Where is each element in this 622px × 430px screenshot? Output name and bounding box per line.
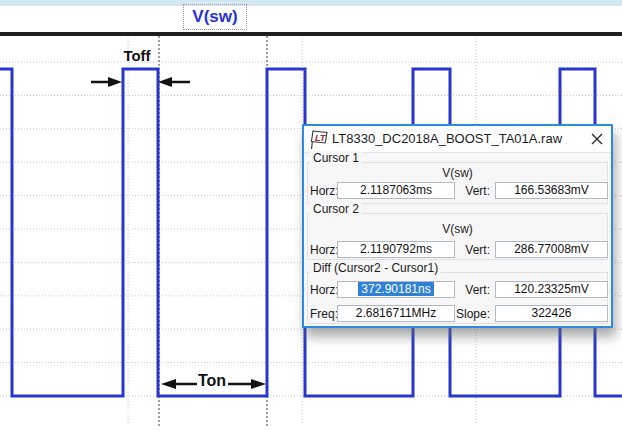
toff-annotation: Toff bbox=[114, 47, 160, 64]
dialog-title: LT8330_DC2018A_BOOST_TA01A.raw bbox=[332, 126, 562, 152]
diff-vert-field[interactable]: 120.23325mV bbox=[495, 281, 608, 298]
cursor2-group-label: Cursor 2 bbox=[310, 202, 362, 216]
cursor-lines[interactable] bbox=[159, 36, 267, 427]
cursor1-vert-label: Vert: bbox=[438, 184, 490, 198]
toff-arrows bbox=[91, 77, 190, 87]
diff-slope-label: Slope: bbox=[438, 307, 490, 321]
cursor-dialog: LT LT8330_DC2018A_BOOST_TA01A.raw Cursor… bbox=[302, 124, 613, 328]
cursor1-group-label: Cursor 1 bbox=[310, 151, 362, 165]
lt-logo-letters: LT bbox=[315, 133, 327, 143]
cursor2-vert-field[interactable]: 286.77008mV bbox=[495, 241, 608, 258]
close-icon[interactable] bbox=[589, 131, 605, 147]
cursor2-vert-label: Vert: bbox=[438, 243, 490, 257]
ton-annotation: Ton bbox=[194, 372, 230, 390]
cursor1-vert-field[interactable]: 166.53683mV bbox=[495, 182, 608, 199]
diff-vert-label: Vert: bbox=[438, 283, 490, 297]
waveform-viewer: V(sw) Toff Ton LT LT8330_DC2018A_BO bbox=[0, 0, 622, 430]
diff-group-label: Diff (Cursor2 - Cursor1) bbox=[310, 261, 441, 275]
cursor2-signal-name: V(sw) bbox=[324, 222, 591, 236]
dialog-titlebar[interactable]: LT LT8330_DC2018A_BOOST_TA01A.raw bbox=[304, 126, 611, 153]
cursor1-signal-name: V(sw) bbox=[324, 166, 591, 180]
diff-slope-field[interactable]: 322426 bbox=[495, 305, 608, 322]
lt-flag-logo-icon: LT bbox=[309, 129, 329, 150]
diff-horz-selected-value: 372.90181ns bbox=[358, 282, 433, 296]
